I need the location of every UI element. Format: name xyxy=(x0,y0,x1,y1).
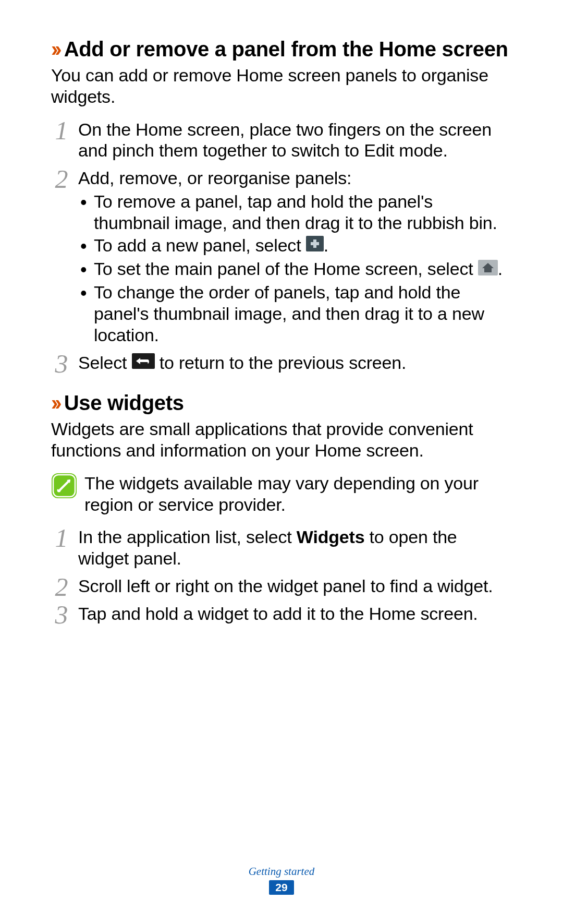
section-intro: You can add or remove Home screen panels… xyxy=(51,65,512,107)
step-text-post: to return to the previous screen. xyxy=(160,353,406,373)
bullet-item: To remove a panel, tap and hold the pane… xyxy=(78,191,512,234)
bullet-text: To remove a panel, tap and hold the pane… xyxy=(94,191,497,233)
step-text-bold: Widgets xyxy=(297,527,365,547)
steps-list: On the Home screen, place two fingers on… xyxy=(51,119,512,375)
bullet-text-pre: To set the main panel of the Home screen… xyxy=(94,259,478,279)
footer-page-number: 29 xyxy=(269,880,293,895)
step-text-pre: In the application list, select xyxy=(78,527,297,547)
heading-chevrons-icon: ›› xyxy=(51,38,59,61)
step-item: On the Home screen, place two fingers on… xyxy=(51,119,512,162)
heading-text: Use widgets xyxy=(64,391,184,414)
section-add-remove-panel: ››Add or remove a panel from the Home sc… xyxy=(51,37,512,375)
note-text: The widgets available may vary depending… xyxy=(84,473,512,515)
home-icon xyxy=(478,259,498,280)
bullet-list: To remove a panel, tap and hold the pane… xyxy=(78,191,512,346)
svg-rect-2 xyxy=(311,242,319,245)
step-text: On the Home screen, place two fingers on… xyxy=(78,119,492,161)
step-item: In the application list, select Widgets … xyxy=(51,526,512,569)
plus-icon xyxy=(306,235,324,256)
bullet-text-post: . xyxy=(324,235,328,255)
steps-list: In the application list, select Widgets … xyxy=(51,526,512,624)
bullet-item: To set the main panel of the Home screen… xyxy=(78,258,512,281)
bullet-item: To change the order of panels, tap and h… xyxy=(78,282,512,345)
section-heading: ››Add or remove a panel from the Home sc… xyxy=(51,37,512,62)
page-footer: Getting started 29 xyxy=(0,865,563,895)
section-use-widgets: ››Use widgets Widgets are small applicat… xyxy=(51,390,512,624)
note-block: The widgets available may vary depending… xyxy=(51,473,512,515)
step-text: Scroll left or right on the widget panel… xyxy=(78,576,493,596)
step-text: Add, remove, or reorganise panels: xyxy=(78,168,351,188)
back-icon xyxy=(132,352,155,374)
step-text: Tap and hold a widget to add it to the H… xyxy=(78,604,478,623)
step-item: Tap and hold a widget to add it to the H… xyxy=(51,603,512,625)
step-item: Add, remove, or reorganise panels: To re… xyxy=(51,167,512,346)
heading-text: Add or remove a panel from the Home scre… xyxy=(64,38,508,61)
bullet-text-pre: To add a new panel, select xyxy=(94,235,306,255)
step-item: Scroll left or right on the widget panel… xyxy=(51,575,512,597)
step-item: Select to return to the previous screen. xyxy=(51,352,512,375)
footer-section-label: Getting started xyxy=(0,865,563,878)
heading-chevrons-icon: ›› xyxy=(51,391,59,414)
section-intro: Widgets are small applications that prov… xyxy=(51,418,512,461)
step-text-pre: Select xyxy=(78,353,132,373)
manual-page: ››Add or remove a panel from the Home sc… xyxy=(0,0,563,924)
bullet-text: To change the order of panels, tap and h… xyxy=(94,282,484,345)
bullet-text-post: . xyxy=(498,259,503,279)
note-icon xyxy=(51,473,77,515)
section-heading: ››Use widgets xyxy=(51,390,512,415)
bullet-item: To add a new panel, select . xyxy=(78,235,512,257)
